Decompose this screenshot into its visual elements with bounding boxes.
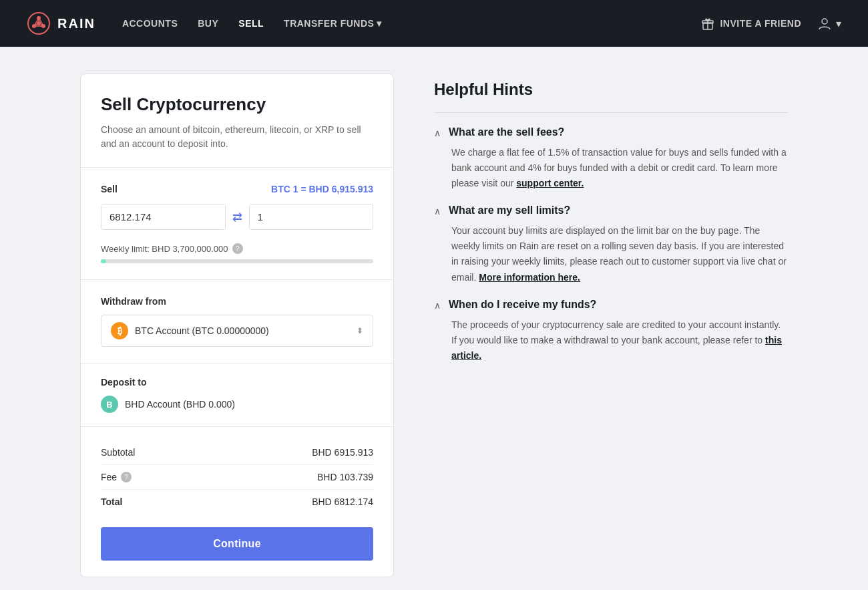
hint-limits-chevron: ∧ <box>434 206 441 216</box>
hint-limits-answer: Your account buy limits are displayed on… <box>434 223 788 285</box>
deposit-label: Deposit to <box>101 377 373 388</box>
total-label: Total <box>101 496 122 507</box>
user-dropdown-arrow: ▾ <box>836 17 841 30</box>
continue-button[interactable]: Continue <box>101 527 373 561</box>
withdraw-account-name: BTC Account (BTC 0.00000000) <box>135 325 269 336</box>
svg-point-14 <box>822 19 827 24</box>
hint-funds-question: When do I receive my funds? <box>449 299 596 311</box>
hint-funds-chevron: ∧ <box>434 300 441 311</box>
hints-divider <box>434 112 788 113</box>
weekly-limit-label: Weekly limit: BHD 3,700,000.000 ? <box>101 243 373 254</box>
withdraw-label: Withdraw from <box>101 296 373 307</box>
nav-transfer-funds[interactable]: TRANSFER FUNDS ▾ <box>284 18 382 29</box>
subtotal-label: Subtotal <box>101 447 135 458</box>
swap-icon[interactable]: ⇄ <box>232 210 242 225</box>
hint-funds-answer: The proceeds of your cryptocurrency sale… <box>434 317 788 363</box>
hint-fees-answer: We charge a flat fee of 1.5% of transact… <box>434 145 788 191</box>
bhd-input-wrap: ▲ ▼ BHD <box>101 204 226 230</box>
deposit-account-name: BHD Account (BHD 0.000) <box>125 399 235 410</box>
hint-item-funds: ∧ When do I receive my funds? The procee… <box>434 299 788 363</box>
nav-left: RAIN ACCOUNTS BUY SELL TRANSFER FUNDS ▾ <box>27 11 382 35</box>
bhd-account-icon: B <box>101 396 118 413</box>
hint-funds-question-row[interactable]: ∧ When do I receive my funds? <box>434 299 788 311</box>
sell-header: Sell BTC 1 = BHD 6,915.913 <box>101 184 373 194</box>
btc-amount-input[interactable] <box>250 204 374 229</box>
amount-row: ▲ ▼ BHD ⇄ ▲ ▼ BTC <box>101 204 373 230</box>
nav-accounts[interactable]: ACCOUNTS <box>122 18 178 29</box>
hint-item-fees: ∧ What are the sell fees? We charge a fl… <box>434 126 788 191</box>
panel-subtitle: Choose an amount of bitcoin, ethereum, l… <box>101 123 373 151</box>
bhd-amount-input[interactable] <box>101 204 226 229</box>
total-value: BHD 6812.174 <box>312 496 373 507</box>
sell-form-panel: Sell Cryptocurrency Choose an amount of … <box>80 73 394 577</box>
subtotal-row: Subtotal BHD 6915.913 <box>101 440 373 465</box>
deposit-section: Deposit to B BHD Account (BHD 0.000) <box>81 363 393 427</box>
withdraw-account-left: ₿ BTC Account (BTC 0.00000000) <box>111 322 269 339</box>
logo[interactable]: RAIN <box>27 11 95 35</box>
progress-bar-background <box>101 259 373 263</box>
progress-bar-fill <box>101 259 106 263</box>
weekly-limit-help-icon[interactable]: ? <box>232 243 243 254</box>
sell-label: Sell <box>101 184 118 194</box>
fee-label: Fee ? <box>101 472 132 482</box>
btc-icon: ₿ <box>111 322 128 339</box>
fee-row: Fee ? BHD 103.739 <box>101 465 373 490</box>
summary-section: Subtotal BHD 6915.913 Fee ? BHD 103.739 … <box>81 427 393 577</box>
nav-links: ACCOUNTS BUY SELL TRANSFER FUNDS ▾ <box>122 18 382 29</box>
nav-sell[interactable]: SELL <box>238 18 264 29</box>
rate-info: BTC 1 = BHD 6,915.913 <box>271 184 373 194</box>
logo-text: RAIN <box>57 16 95 31</box>
sell-section: Sell BTC 1 = BHD 6,915.913 ▲ ▼ BHD ⇄ ▲ <box>81 168 393 280</box>
user-menu-button[interactable]: ▾ <box>817 16 841 31</box>
nav-right: INVITE A FRIEND ▾ <box>701 16 841 31</box>
withdraw-account-select[interactable]: ₿ BTC Account (BTC 0.00000000) ⬍ <box>101 315 373 347</box>
hint-item-limits: ∧ What are my sell limits? Your account … <box>434 204 788 285</box>
hints-title: Helpful Hints <box>434 80 788 99</box>
nav-buy[interactable]: BUY <box>198 18 218 29</box>
hint-fees-link[interactable]: support center. <box>516 178 584 188</box>
subtotal-value: BHD 6915.913 <box>312 447 373 458</box>
withdraw-select-arrow: ⬍ <box>357 326 363 335</box>
panel-title: Sell Cryptocurrency <box>101 94 373 115</box>
fee-help-icon[interactable]: ? <box>121 472 132 482</box>
user-icon <box>817 16 832 31</box>
invite-friend-button[interactable]: INVITE A FRIEND <box>701 17 801 30</box>
total-row: Total BHD 6812.174 <box>101 490 373 514</box>
main-content: Sell Cryptocurrency Choose an amount of … <box>67 47 801 590</box>
hint-limits-link[interactable]: More information here. <box>479 272 580 283</box>
navbar: RAIN ACCOUNTS BUY SELL TRANSFER FUNDS ▾ … <box>0 0 868 47</box>
gift-icon <box>701 17 714 30</box>
withdraw-section: Withdraw from ₿ BTC Account (BTC 0.00000… <box>81 280 393 363</box>
logo-icon <box>27 11 51 35</box>
btc-input-wrap: ▲ ▼ BTC <box>249 204 374 230</box>
hint-fees-question-row[interactable]: ∧ What are the sell fees? <box>434 126 788 138</box>
hints-panel: Helpful Hints ∧ What are the sell fees? … <box>434 73 788 577</box>
hint-limits-question: What are my sell limits? <box>449 204 570 216</box>
fee-value: BHD 103.739 <box>317 472 373 482</box>
panel-header: Sell Cryptocurrency Choose an amount of … <box>81 74 393 168</box>
hint-limits-question-row[interactable]: ∧ What are my sell limits? <box>434 204 788 216</box>
transfer-dropdown-icon: ▾ <box>377 18 382 29</box>
hint-fees-chevron: ∧ <box>434 128 441 138</box>
hint-fees-question: What are the sell fees? <box>449 126 564 138</box>
deposit-account-row: B BHD Account (BHD 0.000) <box>101 396 373 413</box>
